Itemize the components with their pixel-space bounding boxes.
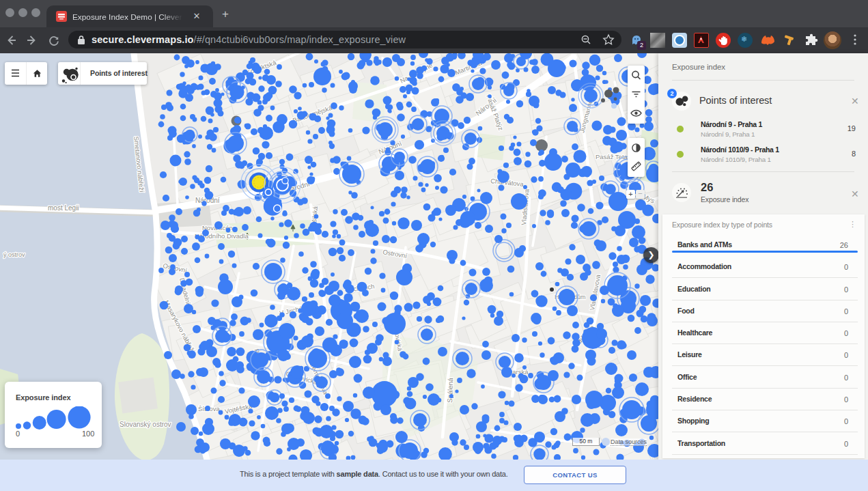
svg-text:ý ostrov: ý ostrov	[3, 251, 25, 258]
svg-text:most Legii: most Legii	[48, 204, 79, 212]
svg-text:Spálená: Spálená	[446, 378, 454, 403]
svg-text:Slovanský ostrov: Slovanský ostrov	[120, 421, 171, 428]
svg-text:Pasáž Teta: Pasáž Teta	[596, 153, 628, 160]
